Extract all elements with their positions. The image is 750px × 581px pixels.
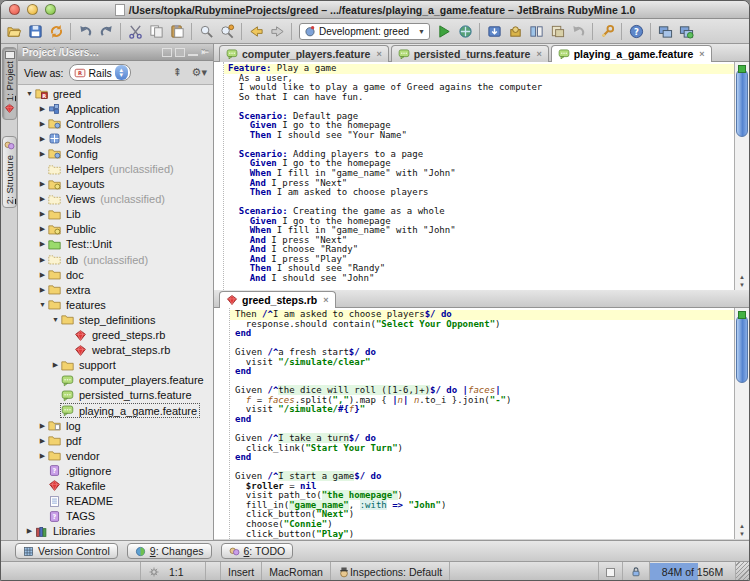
forward-button[interactable]: [267, 21, 287, 41]
debug-button[interactable]: [455, 21, 475, 41]
zoom-window-button[interactable]: [45, 4, 56, 15]
paste-button[interactable]: [167, 21, 187, 41]
run-button[interactable]: [434, 21, 454, 41]
tree-item-db[interactable]: ▶db(unclassified): [18, 252, 213, 267]
sync-button[interactable]: [46, 21, 66, 41]
help-button[interactable]: ?: [626, 21, 646, 41]
tree-item-controllers[interactable]: ▶Controllers: [18, 116, 213, 131]
settings-gear-icon[interactable]: ⚙▾: [192, 66, 207, 79]
tree-item-computer-players-feature[interactable]: computer_players.feature: [18, 373, 213, 388]
tree-item-rakefile[interactable]: Rakefile: [18, 478, 213, 493]
vcs-rollback-button[interactable]: [568, 21, 588, 41]
replace-button[interactable]: [217, 21, 237, 41]
float-mode-icon[interactable]: [162, 48, 172, 57]
collapsed-arrow-icon[interactable]: ▶: [37, 105, 48, 113]
expanded-arrow-icon[interactable]: ▼: [37, 301, 48, 308]
feature-editor-content[interactable]: Feature: Play a game As a user, I would …: [214, 62, 749, 290]
tree-item-helpers[interactable]: Helpers(unclassified): [18, 161, 213, 176]
collapsed-arrow-icon[interactable]: ▶: [37, 271, 48, 279]
sync-status-button[interactable]: [676, 21, 696, 41]
editor-tab-greed-steps-rb[interactable]: greed_steps.rb×: [219, 291, 336, 308]
tool-window-button-version-control[interactable]: Version Control: [15, 543, 118, 559]
vertical-scrollbar[interactable]: ▲▼: [734, 62, 749, 290]
scrollbar-thumb[interactable]: [736, 315, 748, 383]
collapsed-arrow-icon[interactable]: ▶: [37, 286, 48, 294]
tree-item-playing-a-game-feature[interactable]: playing_a_game.feature: [18, 403, 213, 418]
find-button[interactable]: [196, 21, 216, 41]
tree-item--gitignore[interactable]: ?.gitignore: [18, 463, 213, 478]
scrollbar-arrows[interactable]: ▲▼: [735, 522, 749, 538]
collapsed-arrow-icon[interactable]: ▶: [37, 452, 48, 460]
collapsed-arrow-icon[interactable]: ▶: [37, 120, 48, 128]
tool-window-button--todo[interactable]: 6: TODO: [221, 543, 294, 559]
tree-item-doc[interactable]: ▶doc: [18, 267, 213, 282]
tree-item-step-definitions[interactable]: ▼step_definitions: [18, 312, 213, 327]
collapsed-arrow-icon[interactable]: ▶: [37, 422, 48, 430]
redo-button[interactable]: [96, 21, 116, 41]
sync-remote-button[interactable]: [655, 21, 675, 41]
tool-window-button--changes[interactable]: 9: Changes: [127, 543, 212, 559]
collapsed-arrow-icon[interactable]: ▶: [37, 437, 48, 445]
tool-window-tab-structure[interactable]: 2: Structure: [2, 136, 17, 208]
close-tab-icon[interactable]: ×: [376, 49, 381, 59]
readonly-checkbox[interactable]: [599, 562, 623, 581]
tree-item-log[interactable]: ▶log: [18, 418, 213, 433]
collapsed-arrow-icon[interactable]: ▶: [37, 256, 48, 264]
editor-tab-persisted-turns-feature[interactable]: persisted_turns.feature×: [391, 45, 549, 62]
tree-item-lib[interactable]: ▶Lib: [18, 207, 213, 222]
tree-item-pdf[interactable]: ▶pdf: [18, 433, 213, 448]
minimize-window-button[interactable]: [27, 4, 38, 15]
project-panel-header[interactable]: Project /Users… ⇤: [18, 44, 213, 61]
tree-item-test-unit[interactable]: ▶Test::Unit: [18, 237, 213, 252]
vertical-scrollbar[interactable]: ▲▼: [734, 308, 749, 539]
dock-mode-icon[interactable]: [175, 48, 185, 57]
save-button[interactable]: [25, 21, 45, 41]
close-tab-icon[interactable]: ×: [699, 49, 704, 59]
vcs-patch-button[interactable]: [547, 21, 567, 41]
copy-button[interactable]: [146, 21, 166, 41]
memory-indicator[interactable]: 84M of 156M: [650, 562, 736, 581]
scrollbar-thumb[interactable]: [736, 69, 748, 137]
back-button[interactable]: [246, 21, 266, 41]
lock-icon[interactable]: [623, 562, 650, 581]
expanded-arrow-icon[interactable]: ▼: [50, 316, 61, 323]
tree-item-features[interactable]: ▼features: [18, 297, 213, 312]
tree-item-webrat-steps-rb[interactable]: webrat_steps.rb: [18, 343, 213, 358]
tree-item-support[interactable]: ▶support: [18, 358, 213, 373]
ruby-editor-content[interactable]: −Then /^I am asked to choose players$/ d…: [214, 308, 749, 539]
caret-position[interactable]: 1:1: [162, 562, 206, 581]
tree-item-extra[interactable]: ▶extra: [18, 282, 213, 297]
collapsed-arrow-icon[interactable]: ▶: [37, 150, 48, 158]
tool-window-tab-project[interactable]: 1: Project: [2, 47, 17, 120]
view-as-select[interactable]: R Rails ▲▼: [69, 64, 131, 81]
tree-item-vendor[interactable]: ▶vendor: [18, 448, 213, 463]
collapsed-arrow-icon[interactable]: ▶: [37, 210, 48, 218]
vcs-update-button[interactable]: [484, 21, 504, 41]
tree-item-application[interactable]: ▶Application: [18, 101, 213, 116]
tree-item-greed[interactable]: ▼Rgreed: [18, 86, 213, 101]
tree-item-tags[interactable]: ?TAGS: [18, 509, 213, 524]
collapsed-arrow-icon[interactable]: ▶: [24, 527, 35, 535]
tree-item-views[interactable]: ▶Views(unclassified): [18, 192, 213, 207]
tree-item-config[interactable]: ▶Config: [18, 146, 213, 161]
undo-button[interactable]: [75, 21, 95, 41]
settings-button[interactable]: [597, 21, 617, 41]
insert-mode-indicator[interactable]: Insert: [221, 562, 262, 581]
collapsed-arrow-icon[interactable]: ▶: [37, 240, 48, 248]
inspections-profile[interactable]: Inspections: Default: [331, 562, 450, 581]
close-tab-icon[interactable]: ×: [536, 49, 541, 59]
close-window-button[interactable]: [9, 4, 20, 15]
collapsed-arrow-icon[interactable]: ▶: [37, 195, 48, 203]
collapsed-arrow-icon[interactable]: ▶: [37, 135, 48, 143]
scrollbar-arrows[interactable]: ▲▼: [735, 273, 749, 289]
open-button[interactable]: [4, 21, 24, 41]
tree-item-public[interactable]: ▶Public: [18, 222, 213, 237]
tree-item-models[interactable]: ▶Models: [18, 131, 213, 146]
encoding-indicator[interactable]: MacRoman: [262, 562, 331, 581]
cut-button[interactable]: [125, 21, 145, 41]
hide-panel-icon[interactable]: ⇤: [201, 48, 209, 57]
tree-item-libraries[interactable]: ▶Libraries: [18, 524, 213, 539]
resize-grip[interactable]: [736, 562, 749, 581]
expanded-arrow-icon[interactable]: ▼: [24, 90, 35, 97]
vcs-compare-button[interactable]: [526, 21, 546, 41]
